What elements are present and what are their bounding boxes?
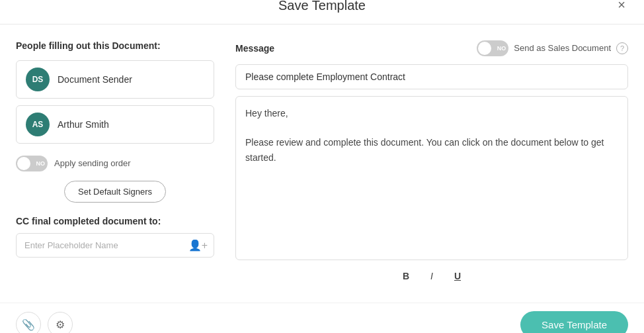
toggle-knob	[17, 157, 30, 170]
sending-order-toggle[interactable]: NO	[16, 156, 48, 171]
signer-name-as: Arthur Smith	[58, 119, 109, 130]
help-icon[interactable]: ?	[616, 42, 628, 54]
subject-input[interactable]	[235, 64, 628, 89]
sales-doc-label: Send as Sales Document	[514, 43, 611, 53]
close-button[interactable]: ×	[612, 0, 631, 14]
save-template-button[interactable]: Save Template	[520, 311, 628, 334]
cc-label: CC final completed document to:	[16, 216, 214, 226]
modal-body: People filling out this Document: DS Doc…	[0, 24, 644, 303]
message-body[interactable]	[235, 96, 628, 260]
modal-container: Save Template × People filling out this …	[0, 0, 644, 333]
sales-doc-row: NO Send as Sales Document ?	[477, 40, 628, 56]
italic-button[interactable]: I	[426, 269, 437, 283]
message-header: Message NO Send as Sales Document ?	[235, 40, 628, 56]
settings-icon: ⚙	[56, 318, 65, 331]
people-label: People filling out this Document:	[16, 40, 214, 51]
attach-icon: 📎	[22, 318, 35, 331]
formatting-bar: B I U	[235, 265, 628, 287]
sending-order-label: Apply sending order	[54, 158, 131, 168]
signer-card-as: AS Arthur Smith	[16, 105, 214, 144]
modal-header: Save Template ×	[0, 0, 644, 24]
cc-input[interactable]	[16, 233, 214, 258]
left-panel: People filling out this Document: DS Doc…	[16, 40, 214, 287]
sales-doc-toggle-label: NO	[497, 45, 506, 52]
footer-icons: 📎 ⚙	[16, 312, 73, 333]
settings-button[interactable]: ⚙	[48, 312, 73, 333]
avatar-as: AS	[26, 113, 50, 136]
bold-button[interactable]: B	[399, 269, 413, 283]
add-person-icon: 👤+	[188, 239, 208, 252]
cc-input-wrap: 👤+	[16, 233, 214, 258]
message-label: Message	[235, 43, 274, 54]
sales-doc-toggle[interactable]: NO	[477, 40, 508, 56]
attach-button[interactable]: 📎	[16, 312, 41, 333]
sales-doc-toggle-knob	[478, 42, 491, 55]
sending-order-row: NO Apply sending order	[16, 156, 214, 171]
modal-title: Save Template	[278, 0, 366, 13]
modal-footer: 📎 ⚙ Save Template	[0, 303, 644, 334]
signer-name-ds: Document Sender	[58, 74, 132, 85]
modal-overlay: Save Template × People filling out this …	[0, 0, 644, 333]
sending-order-toggle-label: NO	[36, 160, 46, 167]
underline-button[interactable]: U	[450, 269, 465, 283]
signer-card-ds: DS Document Sender	[16, 60, 214, 99]
right-panel: Message NO Send as Sales Document ? B I	[235, 40, 628, 287]
avatar-ds: DS	[26, 68, 50, 91]
default-signers-button[interactable]: Set Default Signers	[64, 181, 166, 203]
